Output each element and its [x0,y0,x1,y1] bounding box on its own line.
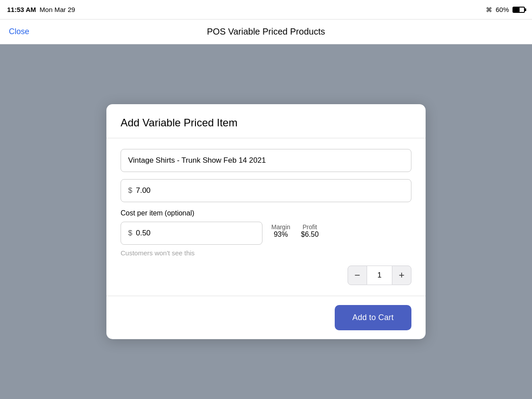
profit-value: $6.50 [301,231,319,239]
margin-profit-block: Margin 93% Profit $6.50 [271,222,319,239]
page-title: POS Variable Priced Products [207,27,325,37]
quantity-row: − 1 + [121,266,411,285]
modal-card: Add Variable Priced Item $ Cost per item… [106,104,426,339]
modal-title: Add Variable Priced Item [121,117,411,129]
modal-footer: Add to Cart [106,296,426,339]
quantity-increment-button[interactable]: + [392,266,411,285]
price-input[interactable] [136,186,404,195]
price-currency-symbol: $ [128,186,132,195]
margin-value: 93% [271,231,290,239]
quantity-display: 1 [367,266,392,285]
status-time: 11:53 AM [7,6,36,13]
cost-currency-symbol: $ [128,229,132,238]
close-button[interactable]: Close [9,27,29,36]
profit-block: Profit $6.50 [301,223,319,239]
profit-label: Profit [301,223,319,231]
modal-body: $ Cost per item (optional) $ Margin 93% [106,138,426,296]
margin-block: Margin 93% [271,223,290,239]
item-name-input[interactable] [121,149,411,172]
battery-icon [512,7,525,13]
price-input-wrapper: $ [121,179,411,202]
modal-header: Add Variable Priced Item [106,104,426,138]
price-group: $ [121,179,411,202]
main-content: Add Variable Priced Item $ Cost per item… [0,44,532,399]
cost-label: Cost per item (optional) [121,209,411,217]
nav-bar: Close POS Variable Priced Products [0,20,532,44]
cost-row: $ Margin 93% Profit $6.50 [121,222,411,245]
cost-group: Cost per item (optional) $ Margin 93% Pr… [121,209,411,257]
cost-input[interactable] [136,229,255,238]
customers-note: Customers won't see this [121,249,411,257]
quantity-decrement-button[interactable]: − [348,266,367,285]
battery-percent: 60% [496,6,509,13]
wifi-icon: ⌘ [486,6,492,13]
status-date: Mon Mar 29 [39,6,75,13]
cost-input-wrapper: $ [121,222,262,245]
item-name-group [121,149,411,172]
status-bar: 11:53 AM Mon Mar 29 ⌘ 60% [0,0,532,20]
add-to-cart-button[interactable]: Add to Cart [335,305,411,330]
margin-label: Margin [271,223,290,231]
